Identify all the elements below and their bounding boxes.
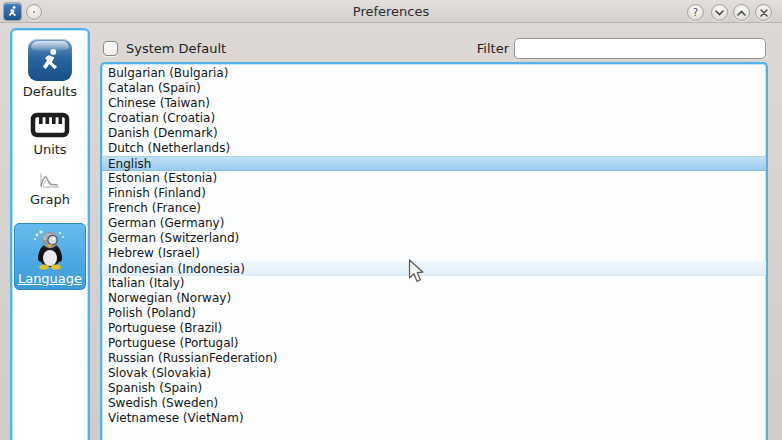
sidebar-item-units[interactable]: Units — [30, 99, 70, 157]
chevron-up-icon — [737, 10, 746, 16]
preferences-window: { "window": { "title": "Preferences", "b… — [0, 0, 782, 440]
language-list-item[interactable]: Danish (Denmark) — [102, 126, 766, 141]
language-list-item[interactable]: Vietnamese (VietNam) — [102, 411, 766, 426]
language-list-item[interactable]: Chinese (Taiwan) — [102, 96, 766, 111]
language-list-item[interactable]: Russian (RussianFederation) — [102, 351, 766, 366]
sidebar-item-defaults[interactable]: Defaults — [23, 30, 77, 99]
language-list-item[interactable]: Estonian (Estonia) — [102, 171, 766, 186]
sidebar-item-graph[interactable]: Graph — [30, 157, 70, 207]
language-list-item[interactable]: Portuguese (Brazil) — [102, 321, 766, 336]
language-list-item[interactable]: Norwegian (Norway) — [102, 291, 766, 306]
language-list-item[interactable]: Bulgarian (Bulgaria) — [102, 66, 766, 81]
chevron-down-icon — [715, 10, 724, 16]
language-list-item[interactable]: Indonesian (Indonesia) — [102, 261, 766, 276]
language-list-item[interactable]: Catalan (Spain) — [102, 81, 766, 96]
ruler-icon — [30, 111, 70, 139]
window-title: Preferences — [0, 0, 782, 23]
system-default-checkbox[interactable] — [103, 41, 118, 56]
language-list-item[interactable]: Swedish (Sweden) — [102, 396, 766, 411]
language-list-item[interactable]: Dutch (Netherlands) — [102, 141, 766, 156]
close-button[interactable] — [755, 4, 772, 21]
language-list-item[interactable]: English — [102, 156, 766, 171]
close-icon — [760, 9, 768, 17]
language-list-item[interactable]: French (France) — [102, 201, 766, 216]
system-default-label: System Default — [126, 41, 226, 56]
titlebar[interactable]: Preferences ? — [0, 0, 782, 23]
language-list-item[interactable]: Croatian (Croatia) — [102, 111, 766, 126]
language-list-item[interactable]: Hebrew (Israel) — [102, 246, 766, 261]
diver-figure-icon — [37, 47, 63, 73]
sidebar-item-label: Graph — [30, 192, 70, 207]
sidebar-item-label: Language — [18, 271, 82, 286]
filter-label: Filter — [449, 41, 509, 57]
sidebar-item-label: Units — [33, 142, 66, 157]
sidebar-item-label: Defaults — [23, 84, 77, 99]
language-list-item[interactable]: Italian (Italy) — [102, 276, 766, 291]
language-list-item[interactable]: Spanish (Spain) — [102, 381, 766, 396]
tux-penguin-icon — [29, 228, 71, 270]
unshade-button[interactable] — [733, 4, 750, 21]
shade-button[interactable] — [711, 4, 728, 21]
sidebar-item-language[interactable]: Language — [14, 223, 86, 290]
question-mark-icon: ? — [693, 7, 698, 18]
filter-input[interactable] — [514, 38, 766, 59]
language-list-item[interactable]: Slovak (Slovakia) — [102, 366, 766, 381]
dive-profile-icon — [39, 171, 61, 189]
language-list-item[interactable]: Finnish (Finland) — [102, 186, 766, 201]
language-list-item[interactable]: German (Switzerland) — [102, 231, 766, 246]
preferences-sidebar: Defaults Units Graph — [10, 28, 90, 440]
help-button[interactable]: ? — [687, 4, 704, 21]
language-list-item[interactable]: Portuguese (Portugal) — [102, 336, 766, 351]
language-list-item[interactable]: Polish (Poland) — [102, 306, 766, 321]
language-list-item[interactable]: German (Germany) — [102, 216, 766, 231]
diver-icon — [28, 39, 72, 81]
language-list[interactable]: Bulgarian (Bulgaria)Catalan (Spain)Chine… — [100, 62, 768, 440]
